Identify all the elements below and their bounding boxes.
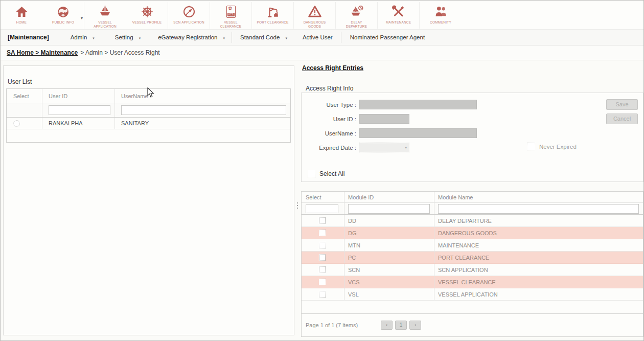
column-header-module-id[interactable]: Module ID xyxy=(344,192,434,202)
module-name-cell: VESSEL APPLICATION xyxy=(434,288,643,300)
column-header-user-id[interactable]: User ID xyxy=(42,89,115,103)
home-icon xyxy=(15,4,29,20)
toolbar-item-label: MAINTENANCE xyxy=(386,20,411,25)
toolbar-item-public-info[interactable]: PUBLIC INFO xyxy=(42,2,84,29)
user-name-label: UserName : xyxy=(303,130,356,137)
chevron-down-icon xyxy=(93,34,95,40)
module-row[interactable]: PC PORT CLEARANCE xyxy=(302,252,643,264)
user-type-input[interactable] xyxy=(359,100,477,109)
menu-item-standard-code[interactable]: Standard Code xyxy=(240,34,287,40)
toolbar-item-label: VESSEL CLEARANCE xyxy=(215,20,247,29)
module-select-checkbox[interactable] xyxy=(319,291,326,298)
select-all-checkbox[interactable] xyxy=(308,170,315,177)
never-expired-checkbox[interactable] xyxy=(527,143,535,150)
app-window: HOME PUBLIC INFO xyxy=(0,0,644,341)
module-id-cell: PC xyxy=(344,252,434,263)
module-id-filter-input[interactable] xyxy=(348,204,430,214)
column-header-module-name[interactable]: Module Name xyxy=(434,192,643,202)
module-row[interactable]: VCS VESSEL CLEARANCE xyxy=(302,276,643,288)
select-all-label: Select All xyxy=(319,170,344,177)
module-name-cell: DANGEROUS GOODS xyxy=(434,227,643,239)
menu-item-label: Admin xyxy=(71,34,87,40)
module-select-checkbox[interactable] xyxy=(319,217,326,224)
tools-icon xyxy=(392,4,405,20)
access-right-info-box: User Type : User ID : UserName : Expired… xyxy=(301,93,643,182)
menu-item-label: [Maintenance] xyxy=(8,34,49,41)
column-header-select[interactable]: Select xyxy=(302,192,344,202)
expired-date-picker[interactable] xyxy=(359,143,409,152)
cancel-button[interactable]: Cancel xyxy=(606,113,638,124)
module-select-checkbox[interactable] xyxy=(319,266,326,273)
menu-item-label: Setting xyxy=(115,34,133,40)
module-select-checkbox[interactable] xyxy=(319,279,326,285)
user-type-label: User Type : xyxy=(303,102,356,108)
menu-item-egateway-registration[interactable]: eGateway Registration xyxy=(158,34,225,40)
toolbar-item-label: HOME xyxy=(16,20,27,25)
user-id-input[interactable] xyxy=(359,114,409,124)
compass-icon xyxy=(182,4,196,20)
menu-item-label: Nominated Passenger Agent xyxy=(350,34,425,40)
toolbar-item-scn-application[interactable]: SCN APPLICATION xyxy=(168,2,210,29)
module-select-checkbox[interactable] xyxy=(319,230,326,236)
user-list-title: User List xyxy=(8,78,32,85)
toolbar-item-label: DELAY DEPARTURE xyxy=(340,20,373,29)
next-page-button[interactable]: › xyxy=(409,321,421,330)
vcs-badge: VCS xyxy=(227,13,235,16)
menu-item-setting[interactable]: Setting xyxy=(115,34,141,40)
user-id-cell: RANKALPHA xyxy=(42,118,115,129)
breadcrumb-link[interactable]: SA Home > Maintenance xyxy=(7,49,78,56)
user-id-filter-input[interactable] xyxy=(49,105,110,115)
toolbar-item-community[interactable]: COMMUNITY xyxy=(420,2,462,29)
chevron-down-icon[interactable] xyxy=(81,12,83,21)
column-header-user-name[interactable]: UserName xyxy=(115,89,290,103)
chevron-down-icon xyxy=(139,34,141,40)
column-header-select[interactable]: Select xyxy=(7,89,42,103)
module-name-cell: PORT CLEARANCE xyxy=(434,252,643,263)
ship-icon xyxy=(99,4,111,20)
module-row[interactable]: MTN MAINTENANCE xyxy=(302,239,643,252)
ship-clock-icon xyxy=(350,4,363,20)
current-page-button[interactable]: 1 xyxy=(395,321,407,330)
flower-glyph: ✿ xyxy=(228,6,233,11)
menu-item-nominated-passenger-agent[interactable]: Nominated Passenger Agent xyxy=(350,34,425,40)
menu-item-admin[interactable]: Admin xyxy=(71,34,95,40)
user-name-filter-input[interactable] xyxy=(121,105,286,115)
prev-page-button[interactable]: ‹ xyxy=(381,321,393,330)
globe-icon xyxy=(57,4,70,20)
select-all-option: Select All xyxy=(308,170,344,177)
pagination-summary: Page 1 of 1 (7 items) xyxy=(306,322,358,328)
toolbar-item-dangerous-goods[interactable]: DANGEROUS GOODS xyxy=(294,2,336,29)
toolbar-item-vessel-clearance[interactable]: ✿ VCS VESSEL CLEARANCE xyxy=(210,2,252,29)
user-select-radio[interactable] xyxy=(13,120,20,127)
menu-item-maintenance[interactable]: [Maintenance] xyxy=(8,34,49,41)
module-row[interactable]: DG DANGEROUS GOODS xyxy=(302,227,643,239)
toolbar-item-label: VESSEL APPLICATION xyxy=(89,20,122,29)
menu-separator xyxy=(232,32,232,43)
module-grid: Select Module ID Module Name DD DELAY DE… xyxy=(301,191,643,337)
user-id-label: User ID : xyxy=(303,116,356,122)
module-id-cell: VCS xyxy=(344,276,434,288)
toolbar-item-vessel-application[interactable]: VESSEL APPLICATION xyxy=(84,2,126,29)
user-list-row[interactable]: RANKALPHA SANITARY xyxy=(7,118,290,129)
user-list-header-row: Select User ID UserName xyxy=(7,89,290,103)
toolbar-item-vessel-profile[interactable]: VESSEL PROFILE xyxy=(126,2,168,29)
module-select-checkbox[interactable] xyxy=(319,242,326,248)
menu-item-active-user[interactable]: Active User xyxy=(303,34,333,40)
module-select-checkbox[interactable] xyxy=(319,254,326,261)
module-name-filter-input[interactable] xyxy=(438,204,639,214)
module-name-cell: VESSEL CLEARANCE xyxy=(434,276,643,288)
user-name-input[interactable] xyxy=(359,128,477,138)
module-filter-row xyxy=(302,203,643,215)
toolbar-item-port-clearance[interactable]: PORT CLEARANCE xyxy=(252,2,294,29)
panel-splitter-handle[interactable] xyxy=(295,197,300,214)
toolbar-item-label: DANGEROUS GOODS xyxy=(298,20,331,29)
toolbar-item-maintenance[interactable]: MAINTENANCE xyxy=(378,2,420,29)
module-row[interactable]: SCN SCN APPLICATION xyxy=(302,264,643,276)
module-id-cell: MTN xyxy=(344,239,434,251)
save-button[interactable]: Save xyxy=(606,99,638,110)
toolbar-item-home[interactable]: HOME xyxy=(1,2,42,29)
module-row[interactable]: VSL VESSEL APPLICATION xyxy=(302,288,643,301)
module-name-cell: SCN APPLICATION xyxy=(434,264,643,276)
module-row[interactable]: DD DELAY DEPARTURE xyxy=(302,215,643,227)
toolbar-item-delay-departure[interactable]: DELAY DEPARTURE xyxy=(336,2,378,29)
